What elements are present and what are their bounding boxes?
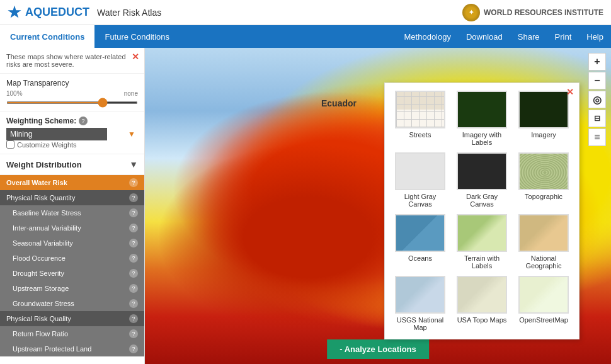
- logo-star-icon: [8, 6, 21, 20]
- scheme-help-icon[interactable]: ?: [79, 117, 88, 125]
- weight-dist-chevron-icon: ▼: [129, 159, 138, 169]
- zoom-out-button[interactable]: −: [588, 72, 606, 89]
- risk-interannual-variability[interactable]: Inter-annual Variability ?: [0, 220, 144, 236]
- basemap-thumb-streets: [395, 91, 445, 128]
- risk-return-flow-ratio[interactable]: Return Flow Ratio ?: [0, 326, 144, 341]
- risk-upstream-storage[interactable]: Upstream Storage ?: [0, 281, 144, 296]
- transparency-slider[interactable]: [6, 101, 138, 104]
- scheme-select-wrap: Mining Agriculture Default ▼: [6, 128, 138, 140]
- risk-help-upstream-storage-icon[interactable]: ?: [129, 284, 138, 293]
- basemap-thumb-imagery: [518, 91, 569, 128]
- risk-label-physical-quantity: Physical Risk Quantity: [6, 194, 127, 202]
- compass-button[interactable]: ◎: [588, 91, 606, 108]
- scheme-select[interactable]: Mining Agriculture Default: [6, 128, 107, 140]
- risk-overall-water-risk[interactable]: Overall Water Risk ?: [0, 175, 144, 190]
- header-left: AQUEDUCT Water Risk Atlas: [8, 6, 161, 20]
- basemap-streets[interactable]: Streets: [392, 91, 448, 146]
- risk-physical-quality[interactable]: Physical Risk Quality ?: [0, 311, 144, 326]
- wri-label: WORLD RESOURCES INSTITUTE: [484, 8, 603, 17]
- risk-help-return-flow-icon[interactable]: ?: [129, 329, 138, 338]
- transparency-100-label: 100%: [6, 90, 23, 97]
- sidebar-info: These maps show where water-related risk…: [0, 48, 144, 74]
- risk-label-baseline: Baseline Water Stress: [13, 209, 127, 217]
- risk-flood-occurence[interactable]: Flood Occurence ?: [0, 251, 144, 266]
- risk-help-drought-icon[interactable]: ?: [129, 269, 138, 278]
- basemap-imagery[interactable]: Imagery: [516, 91, 571, 146]
- risk-help-physical-quality-icon[interactable]: ?: [129, 314, 138, 323]
- transparency-label: Map Transparency: [6, 79, 138, 88]
- risk-help-baseline-icon[interactable]: ?: [129, 208, 138, 217]
- scheme-arrow-icon: ▼: [128, 130, 135, 139]
- basemap-national-geo[interactable]: National Geographic: [516, 214, 571, 270]
- risk-help-overall-icon[interactable]: ?: [129, 178, 138, 187]
- risk-help-upstream-protected-icon[interactable]: ?: [129, 344, 138, 353]
- basemap-label-oceans: Oceans: [408, 254, 432, 262]
- risk-upstream-protected-land[interactable]: Upstream Protected Land ?: [0, 341, 144, 356]
- risk-help-seasonal-icon[interactable]: ?: [129, 239, 138, 247]
- scheme-section: Weighting Scheme: ? Mining Agriculture D…: [0, 111, 144, 154]
- basemap-close-button[interactable]: ✕: [566, 87, 574, 97]
- tab-future-conditions[interactable]: Future Conditions: [94, 25, 180, 48]
- analyze-locations-button[interactable]: - Analyze Locations: [327, 339, 429, 359]
- risk-seasonal-variability[interactable]: Seasonal Variability ?: [0, 236, 144, 251]
- basemap-label-imagery: Imagery: [531, 131, 556, 139]
- risk-baseline-water-stress[interactable]: Baseline Water Stress ?: [0, 205, 144, 220]
- risk-label-drought: Drought Severity: [13, 270, 127, 277]
- list-button[interactable]: ≡: [588, 128, 606, 146]
- app-logo: AQUEDUCT: [8, 6, 89, 20]
- customize-row: Customize Weights: [6, 140, 138, 149]
- zoom-in-button[interactable]: +: [588, 53, 606, 71]
- basemap-label-streets: Streets: [409, 131, 431, 139]
- risk-groundwater-stress[interactable]: Groundwater Stress ?: [0, 296, 144, 311]
- basemap-topographic[interactable]: Topographic: [516, 152, 571, 208]
- risk-label-upstream-storage: Upstream Storage: [13, 285, 127, 292]
- basemap-dark-gray[interactable]: Dark Gray Canvas: [454, 152, 510, 208]
- transparency-section: Map Transparency 100% none: [0, 74, 144, 111]
- layers-button[interactable]: ⊟: [588, 110, 606, 127]
- tab-current-conditions[interactable]: Current Conditions: [0, 25, 94, 48]
- main-layout: These maps show where water-related risk…: [0, 48, 611, 364]
- basemap-osm[interactable]: OpenStreetMap: [516, 276, 571, 331]
- navbar: Current Conditions Future Conditions Met…: [0, 25, 611, 48]
- risk-help-groundwater-icon[interactable]: ?: [129, 299, 138, 308]
- basemap-label-light-gray: Light Gray Canvas: [392, 193, 448, 208]
- wri-emblem: ✦: [462, 4, 480, 21]
- weight-dist-row[interactable]: Weight Distribution ▼: [0, 154, 144, 175]
- nav-methodology[interactable]: Methodology: [397, 25, 459, 48]
- risk-help-interannual-icon[interactable]: ?: [129, 224, 138, 232]
- basemap-oceans[interactable]: Oceans: [392, 214, 448, 270]
- map-controls: + − ◎ ⊟ ≡: [588, 53, 606, 146]
- risk-physical-quantity[interactable]: Physical Risk Quantity ?: [0, 190, 144, 205]
- nav-share[interactable]: Share: [510, 25, 547, 48]
- app-subtitle: Water Risk Atlas: [97, 8, 161, 18]
- risk-help-physical-quantity-icon[interactable]: ?: [129, 193, 138, 202]
- basemap-terrain[interactable]: Terrain with Labels: [454, 214, 510, 270]
- basemap-usa-topo[interactable]: USA Topo Maps: [454, 276, 510, 331]
- risk-label-overall: Overall Water Risk: [6, 179, 127, 186]
- risk-drought-severity[interactable]: Drought Severity ?: [0, 266, 144, 281]
- basemap-thumb-dark-gray: [457, 152, 507, 190]
- basemap-label-usa-topo: USA Topo Maps: [457, 316, 507, 324]
- risk-label-return-flow: Return Flow Ratio: [13, 330, 127, 338]
- transparency-labels: 100% none: [6, 90, 138, 97]
- sidebar: These maps show where water-related risk…: [0, 48, 145, 364]
- basemap-imagery-labels[interactable]: Imagery with Labels: [454, 91, 510, 146]
- nav-help[interactable]: Help: [579, 25, 611, 48]
- basemap-usgs[interactable]: USGS National Map: [392, 276, 448, 331]
- nav-links: Methodology Download Share Print Help: [397, 25, 611, 48]
- risk-label-seasonal: Seasonal Variability: [13, 239, 127, 247]
- basemap-thumb-usgs: [395, 276, 445, 314]
- header-right: ✦ WORLD RESOURCES INSTITUTE: [462, 4, 603, 21]
- app-title: AQUEDUCT: [25, 6, 89, 19]
- customize-checkbox[interactable]: [6, 140, 14, 149]
- basemap-thumb-national-geo: [518, 214, 569, 252]
- map-area[interactable]: Ecuador Peru ✕ Streets Imagery with Labe…: [145, 48, 611, 364]
- close-sidebar-button[interactable]: ✕: [132, 52, 139, 62]
- basemap-light-gray[interactable]: Light Gray Canvas: [392, 152, 448, 208]
- wri-logo: ✦ WORLD RESOURCES INSTITUTE: [462, 4, 603, 21]
- risk-help-flood-icon[interactable]: ?: [129, 254, 138, 263]
- basemap-thumb-imagery-labels: [457, 91, 507, 128]
- nav-print[interactable]: Print: [547, 25, 580, 48]
- nav-download[interactable]: Download: [459, 25, 510, 48]
- risk-label-flood: Flood Occurence: [13, 254, 127, 262]
